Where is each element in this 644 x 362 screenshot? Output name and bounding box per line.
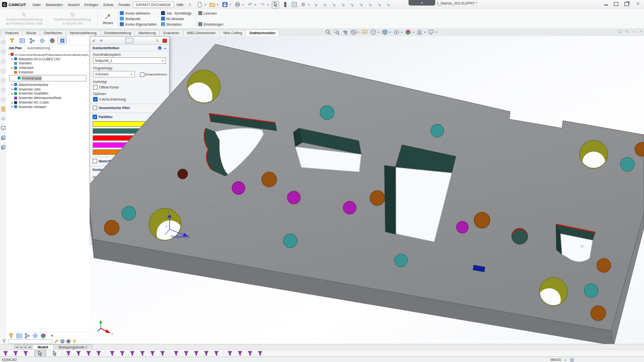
structure-tab-icon[interactable] xyxy=(24,333,30,338)
tab-direktbearbeitung[interactable]: Direktbearbeitung xyxy=(100,30,135,36)
dropdown-caret-icon[interactable]: ▼ xyxy=(267,3,269,6)
tab-evaluieren[interactable]: Evaluieren xyxy=(159,30,183,36)
previous-view-icon[interactable] xyxy=(342,29,348,35)
layers-icon[interactable] xyxy=(1,135,6,140)
cube-icon[interactable] xyxy=(1,39,6,45)
restore-button[interactable] xyxy=(624,2,629,6)
dropdown-caret-icon[interactable]: ▼ xyxy=(357,31,360,34)
tab-mbd-dimensionen[interactable]: MBD-Dimensionen xyxy=(183,30,220,36)
new-document-button[interactable] xyxy=(196,2,203,8)
teal-hole-feature[interactable] xyxy=(283,234,297,248)
filter-input[interactable] xyxy=(9,339,53,344)
dropdown-caret-icon[interactable]: ▼ xyxy=(389,31,391,34)
save-button[interactable] xyxy=(221,2,228,8)
wire-path-button[interactable] xyxy=(118,350,127,357)
menu-item-hilfe[interactable]: Hilfe xyxy=(174,2,186,8)
tree-item-jobgruppe[interactable]: ▶Jobgruppe xyxy=(6,65,90,70)
tree-tab-grid-tab[interactable] xyxy=(17,37,27,44)
magenta-hole-feature[interactable] xyxy=(232,182,245,195)
grid-tab-icon[interactable] xyxy=(16,333,22,338)
teal-hole-feature[interactable] xyxy=(320,106,334,120)
view-settings-icon[interactable] xyxy=(428,29,435,35)
menu-item-bearbeiten[interactable]: Bearbeiten xyxy=(43,2,65,8)
dynamic-annotation-icon[interactable] xyxy=(362,29,368,35)
ribbon-command-lizenzen[interactable]: Lizenzen xyxy=(198,11,223,16)
hide-show-items-icon[interactable] xyxy=(393,29,400,35)
model-canvas[interactable]: Y z Nullpunkt_1 x xyxy=(90,36,644,344)
pane-minimize-icon[interactable]: — xyxy=(632,29,636,34)
wire-point-button[interactable] xyxy=(64,350,73,357)
menu-item-datakit-exchange[interactable]: DATAKIT EXCHANGE xyxy=(133,2,174,8)
menu-item-datei[interactable]: Datei xyxy=(30,2,43,8)
teal-hole-feature[interactable] xyxy=(620,157,634,171)
monitor-icon[interactable] xyxy=(1,125,6,131)
menu-item-ansicht[interactable]: Ansicht xyxy=(65,2,82,8)
select-wire-button[interactable] xyxy=(50,350,59,357)
globe-icon[interactable] xyxy=(570,357,575,362)
redo-button[interactable]: ↷ xyxy=(259,2,266,8)
display-pane-button[interactable] xyxy=(291,2,297,8)
ribbon-command-startpunkt[interactable]: Startpunkt xyxy=(120,16,157,21)
dropdown-caret-icon[interactable]: ▼ xyxy=(377,31,380,34)
expand-arrow-icon[interactable]: ▶ xyxy=(11,83,14,86)
menu-item-fenster[interactable]: Fenster xyxy=(116,2,133,8)
display-style-icon[interactable] xyxy=(382,29,388,35)
pane-split-icon[interactable]: ❏ xyxy=(618,29,621,34)
cube-icon[interactable] xyxy=(1,87,6,93)
tree-item-c-users-yns-desktop-prä[interactable]: ▼C:\Users\yns\Desktop\Präsentation\Autom… xyxy=(6,52,90,57)
wire-mask-button[interactable] xyxy=(246,350,255,357)
datakit-link-button[interactable]: ↘ xyxy=(385,2,391,8)
target-tab-icon[interactable] xyxy=(32,333,38,338)
tree-item-anwender-jobs[interactable]: ▶Anwender-Jobs xyxy=(6,87,90,92)
eye-gray-icon[interactable] xyxy=(1,116,6,121)
wire-filter-add-button[interactable] xyxy=(21,350,30,357)
pane-close-icon[interactable]: × xyxy=(639,29,642,34)
wizard-tab-icon[interactable] xyxy=(8,333,14,338)
ribbon-command-kontur-definieren[interactable]: Kontur definieren xyxy=(120,11,157,16)
dropdown-caret-icon[interactable]: ▼ xyxy=(307,3,310,6)
ribbon-command-job-schnittfolge[interactable]: Job - Schnittfolge xyxy=(161,11,192,16)
appearance-ball-icon[interactable] xyxy=(66,339,71,344)
cube-icon[interactable] xyxy=(1,68,6,73)
unit-system[interactable]: MMGS xyxy=(550,358,561,361)
wire-flag-button[interactable] xyxy=(192,350,201,357)
tab-netzmodellierung[interactable]: Netzmodellierung xyxy=(66,30,101,36)
wire-stack-button[interactable] xyxy=(225,350,234,357)
dropdown-caret-icon[interactable]: ▼ xyxy=(435,31,438,34)
wire-angle-button[interactable] xyxy=(138,350,147,357)
datakit-link-button[interactable]: ↘ xyxy=(312,2,319,8)
teal-hole-feature[interactable] xyxy=(584,284,598,298)
datakit-link-button[interactable]: ↘ xyxy=(367,2,373,8)
wire-pair-button[interactable] xyxy=(256,350,265,357)
magenta-hole-feature[interactable] xyxy=(456,221,468,233)
teal-hole-feature[interactable] xyxy=(122,206,136,220)
appearance-tab-icon[interactable] xyxy=(40,333,46,338)
notification-toast[interactable]: × xyxy=(409,0,435,6)
dropdown-caret-icon[interactable]: ▼ xyxy=(254,3,257,6)
slate-red-hole-feature[interactable] xyxy=(512,228,528,244)
dropdown-caret-icon[interactable]: ▼ xyxy=(424,31,426,34)
tab-skizze[interactable]: Skizze xyxy=(22,30,40,36)
brown-hole-feature[interactable] xyxy=(597,258,611,273)
zoom-fit-icon[interactable] xyxy=(325,29,331,35)
note-orange-icon[interactable] xyxy=(1,106,6,112)
pencil-icon[interactable] xyxy=(54,339,59,344)
teal-hole-feature[interactable] xyxy=(394,254,408,267)
expand-arrow-icon[interactable]: ▶ xyxy=(11,92,14,95)
expand-arrow-icon[interactable]: ▼ xyxy=(7,53,11,56)
wire-segment-button[interactable] xyxy=(74,350,83,357)
cube-icon[interactable] xyxy=(1,97,6,102)
select-cursor-button[interactable] xyxy=(272,1,279,9)
brown-hole-feature[interactable] xyxy=(104,220,119,235)
wire-measure-button[interactable] xyxy=(182,350,191,357)
wizard-button[interactable]: Wizard xyxy=(99,9,116,28)
dropdown-caret-icon[interactable]: ▼ xyxy=(412,31,415,34)
wire-copy-button[interactable] xyxy=(235,350,245,357)
maroon-hole-feature[interactable] xyxy=(178,169,188,179)
expand-arrow-icon[interactable]: ▶ xyxy=(11,66,14,69)
datakit-link-button[interactable]: ↘ xyxy=(358,2,364,8)
tree-tab-browser-tab[interactable] xyxy=(57,37,67,44)
tree-item-konturgruppe[interactable]: Konturgruppe xyxy=(9,75,87,81)
tab-markierung[interactable]: Markierung xyxy=(134,30,159,36)
tree-item-anwender-vorlagen[interactable]: ▶Anwender-Vorlagen xyxy=(6,105,90,109)
